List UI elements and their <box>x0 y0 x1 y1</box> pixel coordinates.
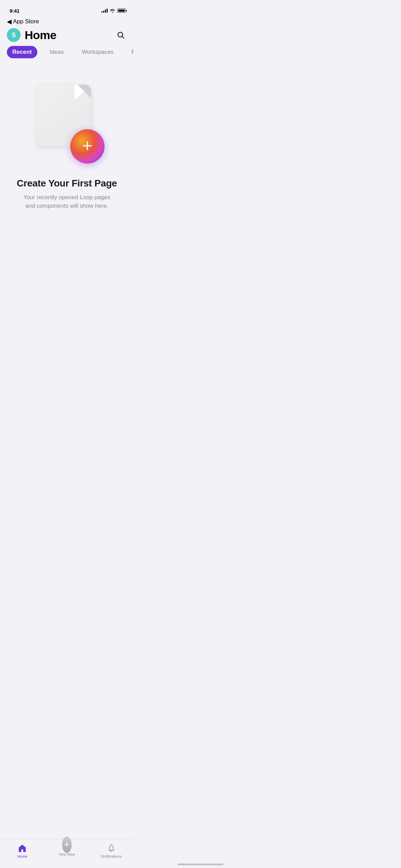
wifi-icon <box>110 9 115 13</box>
back-arrow-icon: ◀ <box>7 18 12 25</box>
empty-state: + Create Your First Page Your recently o… <box>0 58 134 230</box>
avatar[interactable]: S <box>7 28 21 42</box>
status-bar: 9:41 <box>0 0 134 16</box>
add-circle-icon: + <box>70 129 105 164</box>
header: S Home <box>0 25 134 46</box>
tab-favourites[interactable]: Favourites <box>126 46 134 58</box>
tab-ideas[interactable]: Ideas <box>44 46 70 58</box>
empty-state-title: Create Your First Page <box>17 178 117 189</box>
tab-workspaces[interactable]: Workspaces <box>76 46 119 58</box>
empty-state-subtitle: Your recently opened Loop pages and comp… <box>22 193 111 210</box>
search-button[interactable] <box>114 29 127 41</box>
svg-line-1 <box>122 37 124 39</box>
page-title: Home <box>25 28 56 42</box>
back-nav[interactable]: ◀ App Store <box>0 16 134 25</box>
status-time: 9:41 <box>10 8 20 14</box>
svg-point-0 <box>118 32 123 37</box>
header-left: S Home <box>7 28 56 42</box>
empty-state-illustration: + <box>26 85 108 167</box>
search-icon <box>117 31 125 39</box>
back-text: App Store <box>13 18 39 25</box>
battery-icon <box>117 9 127 13</box>
status-icons <box>101 9 127 13</box>
back-link[interactable]: ◀ App Store <box>7 18 127 25</box>
doc-fold-icon <box>74 85 91 101</box>
tabs-container: Recent Ideas Workspaces Favourites <box>0 46 134 58</box>
tab-recent[interactable]: Recent <box>7 46 37 58</box>
signal-bars-icon <box>101 9 108 13</box>
